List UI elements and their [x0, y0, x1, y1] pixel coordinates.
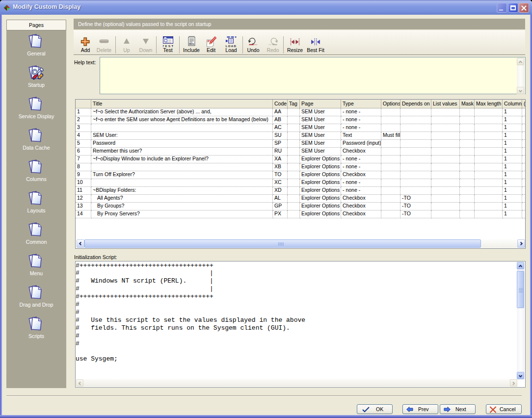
svg-text:INCL: INCL: [189, 43, 194, 45]
